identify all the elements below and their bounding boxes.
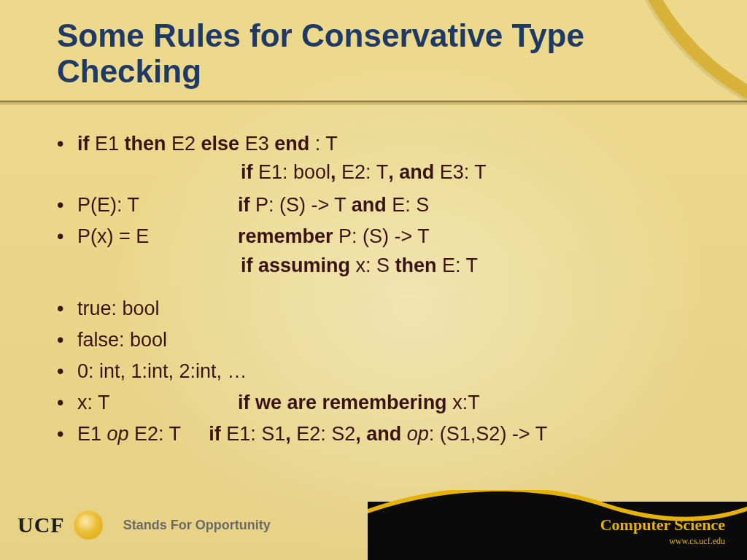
cs-dept-url: www.cs.ucf.edu <box>600 536 725 547</box>
slide-body: if E1 then E2 else E3 end : T if E1: boo… <box>51 130 718 451</box>
slide-title: Some Rules for Conservative Type Checkin… <box>57 18 703 90</box>
bullet-4: true: bool <box>51 295 718 323</box>
cs-footer-block: Computer Science www.cs.ucf.edu <box>368 490 747 560</box>
bullet-3-sub: if assuming x: S then E: T <box>51 252 718 280</box>
bullet-6: 0: int, 1:int, 2:int, … <box>51 357 718 386</box>
ucf-wordmark: UCF <box>18 513 65 537</box>
slide-footer: UCF Stands For Opportunity Computer Scie… <box>0 490 747 560</box>
title-underline <box>0 101 747 105</box>
bullet-2: P(E): Tif P: (S) -> T and E: S <box>51 191 718 219</box>
bullet-1: if E1 then E2 else E3 end : T <box>51 130 718 158</box>
ucf-logo-block: UCF Stands For Opportunity <box>18 510 271 540</box>
cs-text: Computer Science www.cs.ucf.edu <box>600 516 725 547</box>
ucf-tagline: Stands For Opportunity <box>123 518 271 533</box>
cs-dept-title: Computer Science <box>600 516 725 534</box>
pegasus-icon <box>74 510 103 540</box>
bullet-3: P(x) = Eremember P: (S) -> T <box>51 222 718 251</box>
bullet-1-sub: if E1: bool, E2: T, and E3: T <box>51 158 718 187</box>
bullet-5: false: bool <box>51 326 718 354</box>
bullet-8: E1 op E2: Tif E1: S1, E2: S2, and op: (S… <box>51 420 718 448</box>
bullet-7: x: Tif we are remembering x:T <box>51 389 718 417</box>
